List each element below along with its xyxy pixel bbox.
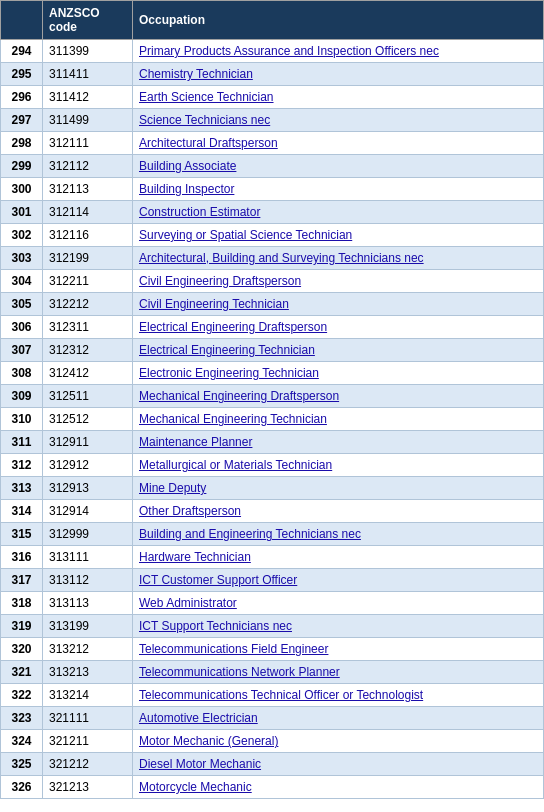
row-number: 309 [1, 385, 43, 408]
occupation-name[interactable]: Building and Engineering Technicians nec [133, 523, 544, 546]
col-header-code: ANZSCO code [43, 1, 133, 40]
occupation-name[interactable]: Chemistry Technician [133, 63, 544, 86]
table-row: 323321111Automotive Electrician [1, 707, 544, 730]
anzsco-code: 312111 [43, 132, 133, 155]
anzsco-code: 312212 [43, 293, 133, 316]
occupation-name[interactable]: Architectural, Building and Surveying Te… [133, 247, 544, 270]
anzsco-code: 312512 [43, 408, 133, 431]
occupation-name[interactable]: Surveying or Spatial Science Technician [133, 224, 544, 247]
row-number: 310 [1, 408, 43, 431]
table-row: 317313112ICT Customer Support Officer [1, 569, 544, 592]
occupation-name[interactable]: Electrical Engineering Technician [133, 339, 544, 362]
occupation-name[interactable]: Primary Products Assurance and Inspectio… [133, 40, 544, 63]
col-header-num [1, 1, 43, 40]
anzsco-code: 313213 [43, 661, 133, 684]
anzsco-code: 312113 [43, 178, 133, 201]
occupation-name[interactable]: Science Technicians nec [133, 109, 544, 132]
row-number: 306 [1, 316, 43, 339]
anzsco-code: 313214 [43, 684, 133, 707]
anzsco-code: 312311 [43, 316, 133, 339]
anzsco-code: 312914 [43, 500, 133, 523]
row-number: 322 [1, 684, 43, 707]
occupation-name[interactable]: Building Associate [133, 155, 544, 178]
occupation-name[interactable]: Earth Science Technician [133, 86, 544, 109]
anzsco-code: 312912 [43, 454, 133, 477]
row-number: 325 [1, 753, 43, 776]
occupation-name[interactable]: Telecommunications Technical Officer or … [133, 684, 544, 707]
occupation-name[interactable]: Electronic Engineering Technician [133, 362, 544, 385]
anzsco-code: 313199 [43, 615, 133, 638]
table-row: 309312511Mechanical Engineering Draftspe… [1, 385, 544, 408]
row-number: 300 [1, 178, 43, 201]
row-number: 318 [1, 592, 43, 615]
row-number: 294 [1, 40, 43, 63]
occupation-name[interactable]: Automotive Electrician [133, 707, 544, 730]
table-row: 294311399Primary Products Assurance and … [1, 40, 544, 63]
row-number: 324 [1, 730, 43, 753]
occupation-name[interactable]: Building Inspector [133, 178, 544, 201]
occupation-name[interactable]: Electrical Engineering Draftsperson [133, 316, 544, 339]
row-number: 308 [1, 362, 43, 385]
row-number: 314 [1, 500, 43, 523]
anzsco-code: 312312 [43, 339, 133, 362]
occupation-name[interactable]: Telecommunications Field Engineer [133, 638, 544, 661]
table-row: 298312111Architectural Draftsperson [1, 132, 544, 155]
row-number: 299 [1, 155, 43, 178]
table-row: 305312212Civil Engineering Technician [1, 293, 544, 316]
table-header-row: ANZSCO code Occupation [1, 1, 544, 40]
row-number: 315 [1, 523, 43, 546]
occupation-name[interactable]: Civil Engineering Draftsperson [133, 270, 544, 293]
occupation-name[interactable]: Architectural Draftsperson [133, 132, 544, 155]
table-row: 303312199Architectural, Building and Sur… [1, 247, 544, 270]
occupation-name[interactable]: Diesel Motor Mechanic [133, 753, 544, 776]
occupation-name[interactable]: Maintenance Planner [133, 431, 544, 454]
occupation-name[interactable]: Telecommunications Network Planner [133, 661, 544, 684]
occupation-name[interactable]: Motorcycle Mechanic [133, 776, 544, 799]
table-row: 311312911Maintenance Planner [1, 431, 544, 454]
occupation-name[interactable]: Other Draftsperson [133, 500, 544, 523]
table-row: 300312113Building Inspector [1, 178, 544, 201]
row-number: 321 [1, 661, 43, 684]
occupation-name[interactable]: Mine Deputy [133, 477, 544, 500]
anzsco-code: 312211 [43, 270, 133, 293]
occupation-name[interactable]: Civil Engineering Technician [133, 293, 544, 316]
table-row: 296311412Earth Science Technician [1, 86, 544, 109]
row-number: 326 [1, 776, 43, 799]
occupation-name[interactable]: Motor Mechanic (General) [133, 730, 544, 753]
row-number: 304 [1, 270, 43, 293]
occupation-name[interactable]: Web Administrator [133, 592, 544, 615]
occupation-name[interactable]: Metallurgical or Materials Technician [133, 454, 544, 477]
table-row: 325321212Diesel Motor Mechanic [1, 753, 544, 776]
table-row: 299312112Building Associate [1, 155, 544, 178]
table-row: 295311411Chemistry Technician [1, 63, 544, 86]
anzsco-code: 312114 [43, 201, 133, 224]
row-number: 297 [1, 109, 43, 132]
row-number: 317 [1, 569, 43, 592]
anzsco-code: 313112 [43, 569, 133, 592]
anzsco-code: 321212 [43, 753, 133, 776]
row-number: 312 [1, 454, 43, 477]
occupation-name[interactable]: Mechanical Engineering Technician [133, 408, 544, 431]
row-number: 311 [1, 431, 43, 454]
table-row: 320313212Telecommunications Field Engine… [1, 638, 544, 661]
occupation-name[interactable]: ICT Support Technicians nec [133, 615, 544, 638]
anzsco-code: 311412 [43, 86, 133, 109]
occupation-name[interactable]: Construction Estimator [133, 201, 544, 224]
occupation-name[interactable]: ICT Customer Support Officer [133, 569, 544, 592]
table-row: 302312116Surveying or Spatial Science Te… [1, 224, 544, 247]
anzsco-code: 312999 [43, 523, 133, 546]
table-row: 318313113Web Administrator [1, 592, 544, 615]
table-row: 324321211Motor Mechanic (General) [1, 730, 544, 753]
row-number: 296 [1, 86, 43, 109]
anzsco-code: 312911 [43, 431, 133, 454]
table-row: 308312412Electronic Engineering Technici… [1, 362, 544, 385]
row-number: 323 [1, 707, 43, 730]
anzsco-code: 313111 [43, 546, 133, 569]
anzsco-code: 313212 [43, 638, 133, 661]
row-number: 301 [1, 201, 43, 224]
row-number: 319 [1, 615, 43, 638]
row-number: 302 [1, 224, 43, 247]
occupation-name[interactable]: Hardware Technician [133, 546, 544, 569]
row-number: 307 [1, 339, 43, 362]
occupation-name[interactable]: Mechanical Engineering Draftsperson [133, 385, 544, 408]
